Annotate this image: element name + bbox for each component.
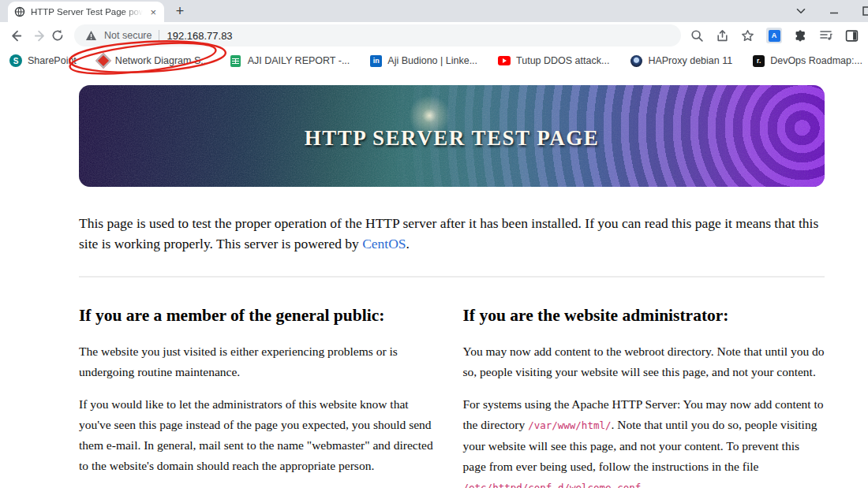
tab-strip: HTTP Server Test Page powered × + xyxy=(0,0,868,22)
intro-paragraph: This page is used to test the proper ope… xyxy=(79,213,821,254)
bookmark-daily-report[interactable]: AJI DAILY REPORT -... xyxy=(230,54,350,67)
apache-docroot-path: /var/www/html/ xyxy=(528,419,611,431)
search-icon[interactable] xyxy=(690,29,704,43)
url-text[interactable]: 192.168.77.83 xyxy=(166,30,232,42)
tab-title: HTTP Server Test Page powered xyxy=(31,7,143,17)
youtube-icon xyxy=(498,54,511,67)
bookmark-label: Network Diagram S... xyxy=(115,55,209,66)
public-heading: If you are a member of the general publi… xyxy=(79,306,441,326)
reload-button[interactable] xyxy=(47,25,68,46)
bookmarks-bar: S SharePoint Network Diagram S... AJI DA… xyxy=(0,49,868,73)
not-secure-warning-icon[interactable] xyxy=(85,30,97,41)
bookmark-label: AJI DAILY REPORT -... xyxy=(248,55,350,66)
bookmark-devops-roadmap[interactable]: r. DevOps Roadmap:... xyxy=(753,55,862,67)
diagram-diamond-icon xyxy=(97,54,110,67)
public-column: If you are a member of the general publi… xyxy=(79,306,441,488)
back-button[interactable] xyxy=(6,25,27,46)
sharepoint-icon: S xyxy=(9,54,22,67)
browser-tab[interactable]: HTTP Server Test Page powered × xyxy=(8,2,164,22)
haproxy-icon xyxy=(630,54,642,67)
bookmark-linkedin[interactable]: in Aji Budiono | Linke... xyxy=(370,55,477,67)
security-status-label: Not secure xyxy=(104,30,152,41)
share-icon[interactable] xyxy=(716,29,729,43)
bookmark-label: Tutup DDOS attack... xyxy=(516,55,609,66)
bookmark-sharepoint[interactable]: S SharePoint xyxy=(9,54,77,67)
bookmark-star-icon[interactable] xyxy=(741,29,754,43)
bookmark-youtube-ddos[interactable]: Tutup DDOS attack... xyxy=(498,54,609,67)
public-paragraph-2: If you would like to let the administrat… xyxy=(79,394,441,476)
intro-text: This page is used to test the proper ope… xyxy=(79,215,818,251)
omnibox-divider xyxy=(159,30,159,42)
new-tab-button[interactable]: + xyxy=(170,2,189,20)
bookmark-label: SharePoint xyxy=(28,55,77,66)
two-column-section: If you are a member of the general publi… xyxy=(79,306,825,488)
address-bar[interactable]: Not secure 192.168.77.83 xyxy=(74,24,681,47)
bookmark-network-diagram[interactable]: Network Diagram S... xyxy=(97,54,209,67)
banner-title: HTTP SERVER TEST PAGE xyxy=(79,85,825,151)
bookmark-label: HAProxy debian 11 xyxy=(648,55,732,66)
linkedin-icon: in xyxy=(370,55,382,67)
globe-favicon-icon xyxy=(14,6,25,17)
admin-paragraph-1: You may now add content to the webroot d… xyxy=(463,341,825,382)
admin-heading: If you are the website administrator: xyxy=(463,306,825,326)
extensions-puzzle-icon[interactable] xyxy=(794,29,807,43)
roadmap-icon: r. xyxy=(753,55,765,67)
maximize-icon[interactable] xyxy=(862,6,868,16)
browser-toolbar: Not secure 192.168.77.83 A xyxy=(0,22,868,49)
bookmark-label: DevOps Roadmap:... xyxy=(770,55,862,66)
centos-link[interactable]: CentOS xyxy=(362,236,406,251)
bookmark-haproxy[interactable]: HAProxy debian 11 xyxy=(630,54,732,67)
media-controls-icon[interactable] xyxy=(819,29,833,42)
side-panel-icon[interactable] xyxy=(845,29,859,43)
section-divider xyxy=(79,276,825,278)
tab-search-chevron-icon[interactable] xyxy=(796,8,806,14)
forward-button[interactable] xyxy=(27,25,47,46)
google-sheets-icon xyxy=(230,54,242,67)
translate-extension-icon[interactable]: A xyxy=(766,28,782,43)
page-viewport: HTTP SERVER TEST PAGE This page is used … xyxy=(0,73,868,488)
admin-column: If you are the website administrator: Yo… xyxy=(463,306,825,488)
tab-close-icon[interactable]: × xyxy=(148,6,158,19)
admin-paragraph-2: For systems using the Apache HTTP Server… xyxy=(463,394,825,488)
public-paragraph-1: The website you just visited is either e… xyxy=(79,341,441,382)
minimize-icon[interactable] xyxy=(829,6,839,16)
bookmark-label: Aji Budiono | Linke... xyxy=(387,55,477,66)
test-page-banner: HTTP SERVER TEST PAGE xyxy=(79,85,825,187)
welcome-conf-path: /etc/httpd/conf.d/welcome.conf xyxy=(463,482,642,488)
